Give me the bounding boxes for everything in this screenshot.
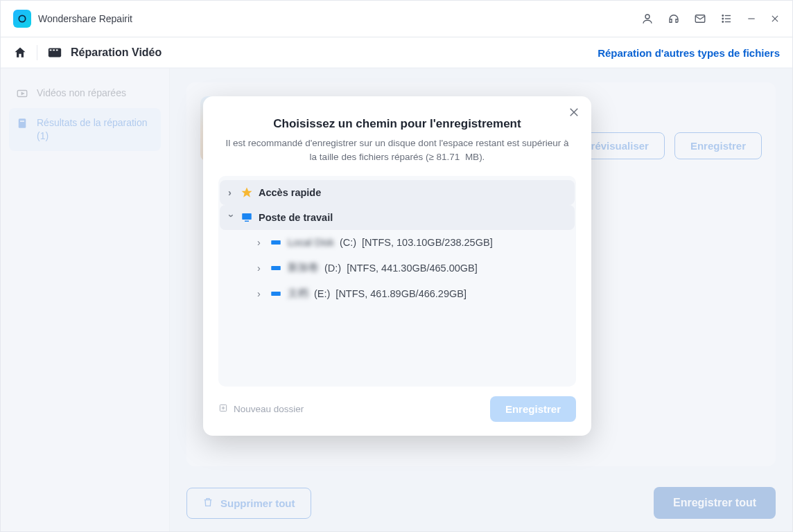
svg-rect-14 xyxy=(53,49,55,51)
svg-rect-15 xyxy=(56,49,58,51)
headset-icon[interactable] xyxy=(668,12,680,25)
drive-icon xyxy=(270,287,282,300)
drive-name-masked: 新加卷 xyxy=(288,261,319,274)
new-folder-icon xyxy=(218,403,228,415)
drive-letter: (D:) xyxy=(324,263,341,274)
chevron-right-icon: › xyxy=(257,237,264,248)
svg-point-3 xyxy=(722,15,724,17)
drive-letter: (E:) xyxy=(314,288,330,299)
chevron-down-icon: › xyxy=(226,214,237,221)
modal-title: Choisissez un chemin pour l'enregistreme… xyxy=(218,117,576,131)
modal-close-icon[interactable] xyxy=(568,106,580,118)
svg-point-7 xyxy=(722,21,724,23)
video-repair-icon xyxy=(47,45,62,60)
svg-rect-24 xyxy=(242,213,252,220)
tree-drive-c[interactable]: › Local Disk (C:) [NTFS, 103.10GB/238.25… xyxy=(220,230,575,255)
star-icon xyxy=(241,186,253,199)
app-logo xyxy=(13,10,31,28)
drive-letter: (C:) xyxy=(340,237,356,248)
drive-icon xyxy=(270,236,282,249)
tree-this-pc[interactable]: › Poste de travail xyxy=(220,205,575,230)
close-icon[interactable] xyxy=(770,14,780,24)
chevron-right-icon: › xyxy=(228,187,235,198)
svg-rect-25 xyxy=(245,221,249,222)
svg-point-0 xyxy=(19,15,25,21)
minimize-icon[interactable] xyxy=(747,14,756,24)
new-folder-button[interactable]: Nouveau dossier xyxy=(218,403,304,415)
user-icon[interactable] xyxy=(641,12,654,25)
titlebar-actions xyxy=(641,12,780,25)
drive-icon xyxy=(270,262,282,274)
svg-rect-26 xyxy=(271,240,281,245)
tree-drive-e[interactable]: › 文档 (E:) [NTFS, 461.89GB/466.29GB] xyxy=(220,281,575,306)
mail-icon[interactable] xyxy=(694,12,706,25)
other-file-types-link[interactable]: Réparation d'autres types de fichiers xyxy=(598,47,780,59)
separator xyxy=(37,45,37,60)
modal-footer: Nouveau dossier Enregistrer xyxy=(218,396,576,422)
svg-rect-28 xyxy=(271,292,281,296)
drive-name-masked: 文档 xyxy=(288,287,308,300)
svg-marker-23 xyxy=(242,188,252,197)
breadcrumb-bar: Réparation Vidéo Réparation d'autres typ… xyxy=(1,37,792,69)
modal-subtitle: Il est recommandé d'enregistrer sur un d… xyxy=(225,136,569,163)
drive-name-masked: Local Disk xyxy=(288,237,334,248)
page-title: Réparation Vidéo xyxy=(71,46,162,59)
tree-label: Accès rapide xyxy=(259,187,321,198)
drive-details: [NTFS, 441.30GB/465.00GB] xyxy=(347,263,478,274)
tree-quick-access[interactable]: › Accès rapide xyxy=(220,180,575,205)
new-folder-label: Nouveau dossier xyxy=(234,404,304,414)
save-path-modal: Choisissez un chemin pour l'enregistreme… xyxy=(203,96,591,436)
svg-point-5 xyxy=(722,18,724,19)
chevron-right-icon: › xyxy=(257,263,264,274)
computer-icon xyxy=(241,211,253,224)
folder-tree: › Accès rapide › Poste de travail › Loca… xyxy=(218,176,576,387)
home-icon[interactable] xyxy=(13,46,27,60)
titlebar: Wondershare Repairit xyxy=(1,1,792,37)
drive-details: [NTFS, 103.10GB/238.25GB] xyxy=(362,237,493,248)
menu-icon[interactable] xyxy=(720,12,733,25)
svg-rect-13 xyxy=(50,49,52,51)
tree-drive-d[interactable]: › 新加卷 (D:) [NTFS, 441.30GB/465.00GB] xyxy=(220,255,575,281)
svg-point-1 xyxy=(645,15,650,19)
modal-save-button[interactable]: Enregistrer xyxy=(490,396,576,422)
app-title: Wondershare Repairit xyxy=(38,13,132,24)
svg-rect-27 xyxy=(271,266,281,270)
tree-label: Poste de travail xyxy=(259,212,333,223)
drive-details: [NTFS, 461.89GB/466.29GB] xyxy=(336,288,467,299)
chevron-right-icon: › xyxy=(257,288,264,299)
